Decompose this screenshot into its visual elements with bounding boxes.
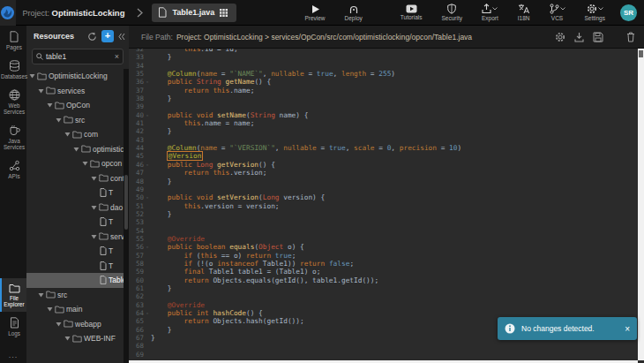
tree-item-src[interactable]: src (26, 113, 124, 128)
code-line[interactable]: 53 (129, 218, 638, 226)
preview-button[interactable]: Preview (304, 4, 325, 21)
trash-icon[interactable] (626, 32, 635, 42)
editor-settings-icon[interactable] (555, 32, 565, 42)
code-line[interactable]: 61 } (129, 284, 638, 292)
expand-arrow-icon[interactable] (56, 321, 62, 327)
fold-marker[interactable]: - (144, 193, 151, 201)
toast-close-icon[interactable]: × (625, 324, 630, 334)
deploy-button[interactable]: Deploy (345, 4, 363, 21)
resource-search[interactable]: × (32, 49, 124, 64)
security-button[interactable]: Security (441, 4, 461, 21)
code-line[interactable]: 49 (129, 185, 638, 193)
expand-arrow-icon[interactable] (82, 161, 88, 166)
code-line[interactable]: 48 } (129, 178, 638, 185)
tree-item-t[interactable]: T (26, 259, 124, 274)
expand-arrow-icon[interactable] (47, 306, 53, 312)
code-line[interactable]: 58 if (!(o instanceof Table1)) return fa… (129, 260, 638, 268)
code-line[interactable]: 45 @Version (129, 152, 638, 160)
code-line[interactable]: 39 (129, 102, 638, 110)
expand-arrow-icon[interactable] (56, 117, 62, 123)
code-line[interactable]: 51 this.version = version; (129, 202, 638, 210)
code-line[interactable]: 34 (129, 62, 638, 70)
code-line[interactable]: 36- public String getName() { (129, 78, 638, 86)
code-line[interactable]: 57 if (this == o) return true; (129, 252, 638, 260)
sidebar-item-java-services[interactable]: Java Services (0, 119, 26, 155)
expand-arrow-icon[interactable] (73, 147, 79, 152)
tree-item-webapp[interactable]: webapp (26, 317, 124, 332)
code-line[interactable]: 68 (129, 342, 638, 350)
fold-marker[interactable]: - (144, 161, 151, 169)
tree-item-t[interactable]: T (26, 185, 124, 200)
expand-arrow-icon[interactable] (64, 336, 71, 341)
tree-item-controller[interactable]: controller (26, 171, 124, 186)
code-line[interactable]: 44 @Column(name = "`VERSION`", nullable … (129, 144, 638, 152)
collapse-panel-icon[interactable] (118, 33, 125, 41)
sidebar-item-file-explorer[interactable]: File Explorer (0, 278, 26, 312)
code-line[interactable]: 37 return this.name; (129, 87, 638, 95)
expand-arrow-icon[interactable] (29, 73, 35, 79)
expand-arrow-icon[interactable] (91, 234, 97, 239)
code-line[interactable]: 59 final Table1 table1 = (Table1) o; (129, 268, 638, 276)
tree-item-main[interactable]: main (26, 302, 124, 317)
avatar[interactable]: SR (620, 4, 637, 21)
code-line[interactable]: 38 } (129, 95, 638, 102)
fold-marker[interactable]: - (144, 78, 151, 86)
tree-item-optimisticlocking[interactable]: optimisticlocking (26, 142, 124, 157)
code-line[interactable]: 42 } (129, 127, 638, 135)
code-line[interactable]: 63 @Override (129, 301, 638, 309)
fold-marker[interactable]: - (144, 309, 151, 317)
open-file-tab[interactable]: Table1.java (152, 4, 236, 22)
expand-arrow-icon[interactable] (64, 132, 71, 137)
fold-marker[interactable]: - (144, 243, 151, 251)
tree-item-t[interactable]: T (26, 215, 124, 230)
expand-arrow-icon[interactable] (47, 102, 53, 108)
code-line[interactable]: 56- public boolean equals(Object o) { (129, 243, 638, 251)
settings-button[interactable]: Settings (585, 4, 606, 21)
code-line[interactable]: 40- public void setName(String name) { (129, 111, 638, 119)
code-line[interactable]: 50- public void setVersion(Long version)… (129, 193, 638, 201)
i18n-button[interactable]: I18N (518, 4, 530, 21)
tree-item-web-inf[interactable]: WEB-INF (26, 331, 124, 346)
tutorials-button[interactable]: Tutorials (401, 4, 423, 21)
sidebar-item-databases[interactable]: Databases (0, 55, 26, 84)
add-resource-button[interactable]: + (101, 30, 114, 42)
code-line[interactable]: 46- public Long getVersion() { (129, 161, 638, 169)
resources-scrollbar[interactable] (124, 69, 129, 363)
expand-arrow-icon[interactable] (91, 176, 97, 181)
tree-item-opcon[interactable]: opcon (26, 156, 124, 171)
expand-arrow-icon[interactable] (91, 205, 97, 210)
code-line[interactable]: 33 } (129, 53, 638, 61)
code-line[interactable]: 35 @Column(name = "`NAME`", nullable = t… (129, 70, 638, 78)
tree-item-t[interactable]: T (26, 244, 124, 259)
clear-search-icon[interactable]: × (115, 52, 119, 61)
tree-item-com[interactable]: com (26, 127, 124, 142)
code-line[interactable]: 41 this.name = name; (129, 119, 638, 127)
vcs-button[interactable]: VCS (550, 4, 565, 21)
tree-item-services[interactable]: services (26, 84, 124, 99)
tree-item-table1-java[interactable]: Table1.java (26, 273, 124, 288)
fold-marker[interactable]: - (144, 111, 151, 119)
code-area[interactable]: 32 this.id = id;33 }3435 @Column(name = … (129, 49, 638, 360)
code-line[interactable]: 55 @Override (129, 235, 638, 243)
tree-item-opcon[interactable]: OpCon (26, 98, 124, 113)
download-icon[interactable] (574, 32, 584, 42)
sidebar-item-pages[interactable]: Pages (0, 26, 26, 55)
sidebar-item-web-services[interactable]: Web Services (0, 84, 26, 119)
app-logo[interactable] (0, 0, 16, 26)
code-line[interactable]: 47 return this.version; (129, 169, 638, 177)
code-line[interactable]: 62 (129, 292, 638, 300)
code-line[interactable]: 64- public int hashCode() { (129, 309, 638, 317)
editor-vertical-scrollbar[interactable] (638, 49, 644, 360)
refresh-icon[interactable] (87, 32, 97, 42)
sidebar-more-button[interactable]: ... (0, 351, 26, 359)
code-line[interactable]: 60 return Objects.equals(getId(), table1… (129, 276, 638, 284)
sidebar-item-apis[interactable]: APIs (0, 155, 26, 184)
tree-item-dao[interactable]: dao (26, 200, 124, 216)
search-input[interactable] (46, 52, 112, 61)
apps-grid-icon[interactable] (220, 9, 228, 17)
expand-arrow-icon[interactable] (38, 88, 44, 94)
save-icon[interactable] (593, 32, 603, 42)
code-line[interactable]: 52 } (129, 210, 638, 218)
tree-item-service[interactable]: service (26, 230, 124, 245)
tree-item-optimisticlocking[interactable]: OptimisticLocking (26, 69, 124, 84)
